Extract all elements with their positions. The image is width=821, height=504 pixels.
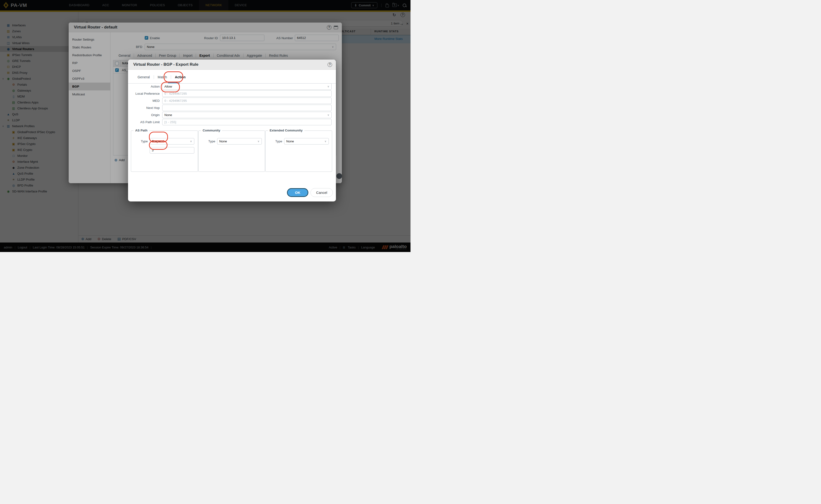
local-preference-input[interactable] [162, 90, 332, 97]
community-group: Community Type None ∨ [198, 131, 265, 172]
next-hop-input[interactable] [162, 105, 332, 111]
floating-help-dot[interactable] [336, 173, 342, 179]
ok-button[interactable]: OK [287, 188, 308, 197]
med-label: MED [128, 99, 160, 103]
as-path-type-label: Type [133, 140, 148, 143]
med-input[interactable] [162, 98, 332, 104]
as-path-type-dropdown[interactable]: Prepend ∨ [150, 138, 194, 145]
next-hop-label: Next Hop [128, 106, 160, 110]
cancel-button[interactable]: Cancel [311, 188, 333, 197]
local-preference-label: Local Preference [128, 92, 160, 95]
chevron-down-icon: ∨ [190, 140, 192, 143]
bgp-export-rule-dialog: Virtual Router - BGP - Export Rule ? Gen… [128, 60, 336, 201]
action-dropdown[interactable]: Allow ∨ [162, 83, 332, 90]
chevron-down-icon: ∨ [327, 85, 329, 88]
as-path-limit-label: AS Path Limit [128, 120, 160, 124]
chevron-down-icon: ∨ [325, 140, 326, 143]
export-rule-tabs: GeneralMatchAction [134, 74, 189, 80]
extended-community-group: Extended Community Type None ∨ [265, 131, 332, 172]
as-path-group: AS Path Type Prepend ∨ [131, 131, 198, 172]
export-rule-tab[interactable]: Match [154, 75, 171, 79]
as-path-limit-input[interactable] [162, 119, 332, 125]
as-path-prepend-input[interactable] [150, 147, 194, 154]
extended-community-type-dropdown[interactable]: None ∨ [284, 138, 329, 145]
chevron-down-icon: ∨ [327, 113, 329, 117]
community-type-label: Type [201, 140, 215, 143]
export-rule-tab[interactable]: Action [171, 75, 189, 79]
export-rule-dialog-header: Virtual Router - BGP - Export Rule ? [128, 60, 336, 70]
chevron-down-icon: ∨ [258, 140, 260, 143]
dialog-title: Virtual Router - BGP - Export Rule [133, 62, 198, 67]
community-type-dropdown[interactable]: None ∨ [217, 138, 262, 145]
origin-label: Origin [128, 113, 160, 117]
action-label: Action [128, 85, 160, 88]
origin-dropdown[interactable]: None ∨ [162, 112, 332, 118]
export-rule-tab[interactable]: General [134, 75, 154, 79]
help-icon[interactable]: ? [328, 62, 332, 67]
extended-community-type-label: Type [268, 140, 282, 143]
